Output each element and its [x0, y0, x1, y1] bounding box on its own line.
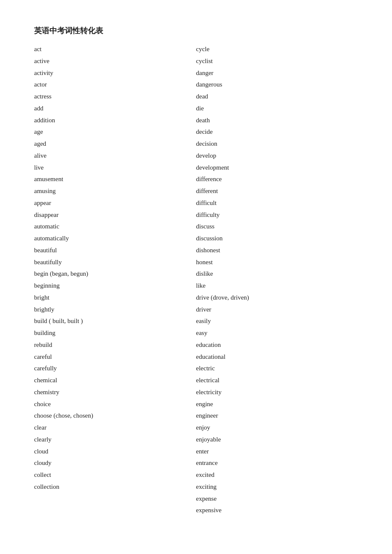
list-item: dislike — [196, 268, 358, 280]
list-item: decide — [196, 126, 358, 138]
list-item: expensive — [196, 505, 358, 516]
left-column: actactiveactivityactoractressaddaddition… — [34, 43, 196, 516]
list-item: cycle — [196, 43, 358, 55]
list-item: appear — [34, 197, 196, 209]
list-item: bright — [34, 292, 196, 304]
list-item: like — [196, 280, 358, 292]
list-item: driver — [196, 304, 358, 316]
list-item: enter — [196, 446, 358, 458]
list-item: honest — [196, 257, 358, 268]
list-item: death — [196, 115, 358, 127]
list-item: difference — [196, 173, 358, 185]
list-item: drive (drove, driven) — [196, 292, 358, 304]
page-title: 英语中考词性转化表 — [34, 26, 358, 36]
list-item: danger — [196, 67, 358, 79]
right-column: cyclecyclistdangerdangerousdeaddiedeathd… — [196, 43, 358, 516]
list-item: difficulty — [196, 209, 358, 221]
list-item: electric — [196, 363, 358, 375]
list-item: begin (began, begun) — [34, 268, 196, 280]
list-item: discussion — [196, 233, 358, 245]
list-item: build ( built, built ) — [34, 315, 196, 327]
list-item: entrance — [196, 457, 358, 469]
list-item: age — [34, 126, 196, 138]
list-item: clearly — [34, 434, 196, 446]
list-item: addition — [34, 115, 196, 127]
list-item: activity — [34, 67, 196, 79]
list-item: live — [34, 162, 196, 174]
list-item: beautifully — [34, 257, 196, 268]
list-item: electrical — [196, 375, 358, 387]
list-item: electricity — [196, 387, 358, 398]
list-item: develop — [196, 150, 358, 162]
list-item: actor — [34, 79, 196, 91]
list-item: collect — [34, 469, 196, 481]
list-item: expense — [196, 493, 358, 505]
list-item: cloud — [34, 446, 196, 458]
list-item: dangerous — [196, 79, 358, 91]
list-item: exciting — [196, 481, 358, 493]
list-item: building — [34, 327, 196, 339]
list-item: alive — [34, 150, 196, 162]
list-item: beginning — [34, 280, 196, 292]
list-item: active — [34, 55, 196, 67]
list-item: educational — [196, 351, 358, 363]
list-item: automatic — [34, 221, 196, 233]
list-item: rebuild — [34, 339, 196, 351]
list-item: excited — [196, 469, 358, 481]
list-item: disappear — [34, 209, 196, 221]
list-item: act — [34, 43, 196, 55]
list-item: dishonest — [196, 245, 358, 257]
list-item: beautiful — [34, 245, 196, 257]
list-item: engine — [196, 398, 358, 410]
list-item: aged — [34, 138, 196, 150]
list-item: clear — [34, 422, 196, 434]
list-item: automatically — [34, 233, 196, 245]
list-item: chemistry — [34, 387, 196, 398]
list-item: carefully — [34, 363, 196, 375]
list-item: cyclist — [196, 55, 358, 67]
list-item: enjoy — [196, 422, 358, 434]
list-item: easily — [196, 315, 358, 327]
list-item: education — [196, 339, 358, 351]
list-item: careful — [34, 351, 196, 363]
list-item: actress — [34, 91, 196, 103]
list-item: development — [196, 162, 358, 174]
list-item: amusement — [34, 173, 196, 185]
list-item: cloudy — [34, 457, 196, 469]
list-item: discuss — [196, 221, 358, 233]
list-item: amusing — [34, 185, 196, 197]
list-item: chemical — [34, 375, 196, 387]
word-columns: actactiveactivityactoractressaddaddition… — [34, 43, 358, 516]
list-item: choice — [34, 398, 196, 410]
list-item: choose (chose, chosen) — [34, 410, 196, 422]
list-item: brightly — [34, 304, 196, 316]
list-item: easy — [196, 327, 358, 339]
list-item: decision — [196, 138, 358, 150]
list-item: dead — [196, 91, 358, 103]
list-item: add — [34, 103, 196, 115]
list-item: enjoyable — [196, 434, 358, 446]
list-item: engineer — [196, 410, 358, 422]
list-item: difficult — [196, 197, 358, 209]
list-item: die — [196, 103, 358, 115]
list-item: collection — [34, 481, 196, 493]
list-item: different — [196, 185, 358, 197]
